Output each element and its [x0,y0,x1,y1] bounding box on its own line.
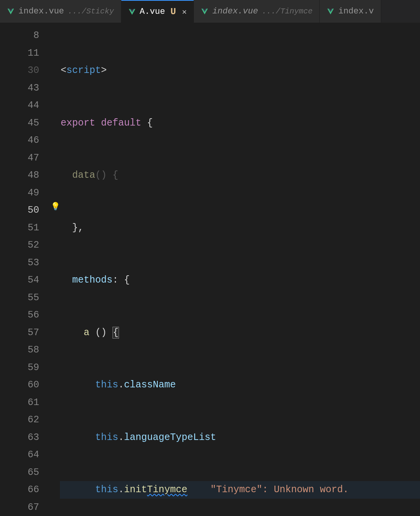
lint-hint: "Tinymce": Unknown word. [210,484,349,495]
line-number: 45 [0,114,50,132]
line-number: 47 [0,149,50,167]
vue-icon [327,8,334,15]
code-line: this.languageTypeList [60,429,420,447]
code-line: this.className [60,376,420,394]
tab-filename: A.vue [140,7,165,17]
line-number-gutter: 8 11 30 43 44 45 46 47 48 49 50 51 52 53… [0,23,50,516]
tab-index-partial[interactable]: index.v [320,0,381,23]
line-number: 52 [0,237,50,254]
line-number: 50 [0,202,50,219]
line-number: 46 [0,132,50,149]
line-number: 64 [0,446,50,464]
lightbulb-icon[interactable]: 💡 [51,202,60,211]
code-line: data() { [60,167,420,184]
tab-modified-indicator: U [170,7,176,17]
code-line: a () { [60,324,420,342]
line-number: 61 [0,394,50,412]
line-number: 43 [0,79,50,97]
line-number: 57 [0,324,50,342]
code-editor[interactable]: 8 11 30 43 44 45 46 47 48 49 50 51 52 53… [0,23,420,516]
line-number: 59 [0,359,50,377]
line-number: 55 [0,289,50,307]
tab-index-sticky[interactable]: index.vue .../Sticky [0,0,121,23]
vue-icon [128,8,136,16]
line-number: 63 [0,429,50,447]
line-number: 49 [0,184,50,202]
line-number: 66 [0,481,50,499]
line-number: 65 [0,464,50,481]
line-number: 48 [0,167,50,184]
line-number: 8 [0,27,50,45]
line-number: 11 [0,45,50,62]
code-line: <script> [60,62,420,79]
vue-icon [7,8,15,15]
line-number: 44 [0,97,50,114]
tab-filename: index.vue [18,7,64,16]
tab-filename: index.vue [212,7,258,16]
line-number: 54 [0,271,50,289]
code-line: this.initTinymce "Tinymce": Unknown word… [60,481,420,499]
tab-path: .../Sticky [68,7,114,16]
code-line: methods: { [60,271,420,289]
tab-path: .../Tinymce [262,7,313,16]
tab-a-vue[interactable]: A.vue U ✕ [121,0,194,23]
tab-index-tinymce[interactable]: index.vue .../Tinymce [194,0,320,23]
code-line: }, [60,219,420,237]
glyph-margin: 💡 [50,23,60,516]
close-icon[interactable]: ✕ [182,7,187,17]
line-number: 30 [0,62,50,79]
code-line: export default { [60,114,420,132]
code-content[interactable]: <script> export default { data() { }, me… [60,23,420,516]
vue-icon [201,8,208,15]
line-number: 58 [0,341,50,359]
line-number: 56 [0,306,50,324]
editor-tabs: index.vue .../Sticky A.vue U ✕ index.vue… [0,0,420,23]
line-number: 51 [0,219,50,237]
line-number: 53 [0,254,50,272]
line-number: 62 [0,411,50,429]
line-number: 67 [0,499,50,516]
line-number: 60 [0,376,50,394]
tab-filename: index.v [338,7,374,16]
